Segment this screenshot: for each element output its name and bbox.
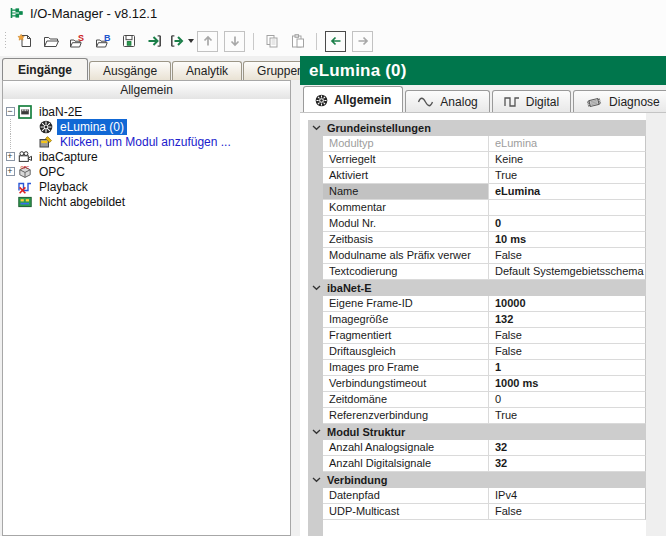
prop-row-driftausgleich[interactable]: DriftausgleichFalse	[308, 344, 646, 360]
toolbar-export-button[interactable]	[169, 29, 193, 53]
prop-row-zeitdomane[interactable]: Zeitdomäne0	[308, 392, 646, 408]
prop-value[interactable]: False	[489, 328, 646, 344]
prop-row-udp-multicast[interactable]: UDP-MulticastFalse	[308, 504, 646, 520]
tree-item-opc[interactable]: +OPCOPC	[3, 164, 290, 179]
camera-icon-wrap	[17, 150, 33, 164]
prop-value[interactable]: False	[489, 248, 646, 264]
prop-row-name[interactable]: NameeLumina	[308, 184, 646, 200]
prop-value[interactable]: 1	[489, 360, 646, 376]
prop-row-anzahl-analogsignale[interactable]: Anzahl Analogsignale32	[308, 440, 646, 456]
module-title-bar: eLumina (0)	[300, 56, 666, 85]
prop-value[interactable]: 32	[489, 456, 646, 472]
prop-row-referenzverbindung[interactable]: ReferenzverbindungTrue	[308, 408, 646, 424]
chevron-down-icon[interactable]	[308, 285, 324, 291]
dropdown-caret-icon[interactable]	[188, 39, 194, 43]
prop-row-imagegrosse[interactable]: Imagegröße132	[308, 312, 646, 328]
module-tab-strip: AllgemeinAnalogDigitalDiagnose	[300, 85, 666, 113]
prop-row-modultyp[interactable]: ModultypeLumina	[308, 136, 646, 152]
row-gutter	[308, 296, 323, 312]
tree-item-elumina-0[interactable]: eLumina (0)	[3, 119, 290, 134]
toolbar-separator	[253, 33, 254, 50]
prop-value[interactable]: 10000	[489, 296, 646, 312]
toolbar-grip[interactable]	[4, 32, 7, 50]
tree-item-label: ibaCapture	[36, 149, 101, 165]
section-title: Verbindung	[324, 472, 388, 488]
tree-item-iban-2e[interactable]: −ibaN-2E	[3, 104, 290, 119]
arrow-up-icon	[201, 34, 215, 48]
toolbar-open-signal-button[interactable]: S	[65, 29, 89, 53]
prop-row-anzahl-digitalsignale[interactable]: Anzahl Digitalsignale32	[308, 456, 646, 472]
prop-label: UDP-Multicast	[323, 504, 489, 520]
toolbar-new-button[interactable]	[13, 29, 37, 53]
prop-label: Modul Nr.	[323, 216, 489, 232]
prop-row-modulname-als-prafix-verwer[interactable]: Modulname als Präfix verwerFalse	[308, 248, 646, 264]
tab-eingange[interactable]: Eingänge	[2, 58, 88, 80]
prop-value[interactable]: 32	[489, 440, 646, 456]
prop-value[interactable]: 0	[489, 392, 646, 408]
prop-value[interactable]: True	[489, 408, 646, 424]
chevron-down-icon[interactable]	[308, 429, 324, 435]
prop-row-kommentar[interactable]: Kommentar	[308, 200, 646, 216]
elumina-module-icon	[39, 120, 53, 134]
prop-row-fragmentiert[interactable]: FragmentiertFalse	[308, 328, 646, 344]
prop-value[interactable]: Keine	[489, 152, 646, 168]
prop-row-datenpfad[interactable]: DatenpfadIPv4	[308, 488, 646, 504]
scrollbar-track[interactable]	[646, 113, 666, 536]
tab-analog[interactable]: Analog	[405, 90, 489, 113]
row-gutter	[308, 248, 323, 264]
prop-value[interactable]: 132	[489, 312, 646, 328]
prop-row-eigene-frame-id[interactable]: Eigene Frame-ID10000	[308, 296, 646, 312]
prop-label: Driftausgleich	[323, 344, 489, 360]
section-header-ibanet-e[interactable]: ibaNet-E	[308, 280, 646, 296]
toolbar-apply-button[interactable]	[143, 29, 167, 53]
tab-digital[interactable]: Digital	[492, 90, 571, 113]
prop-value[interactable]: Default Systemgebietsschema	[489, 264, 646, 280]
prop-row-aktiviert[interactable]: AktiviertTrue	[308, 168, 646, 184]
prop-value[interactable]: False	[489, 504, 646, 520]
tree-item-nicht-abgebildet[interactable]: Nicht abgebildet	[3, 194, 290, 209]
title-bar: I/O-Manager - v8.12.1	[0, 0, 666, 26]
prop-value[interactable]	[489, 200, 646, 216]
expand-icon[interactable]: +	[6, 152, 15, 161]
prop-value[interactable]: 0	[489, 216, 646, 232]
section-header-verbindung[interactable]: Verbindung	[308, 472, 646, 488]
prop-value[interactable]: IPv4	[489, 488, 646, 504]
prop-row-textcodierung[interactable]: TextcodierungDefault Systemgebietsschema	[308, 264, 646, 280]
toolbar-open-backup-button[interactable]: B	[91, 29, 115, 53]
playback-icon-wrap	[17, 180, 33, 194]
toolbar-open-button[interactable]	[39, 29, 63, 53]
prop-value[interactable]: eLumina	[489, 184, 646, 200]
tree-item-ibacapture[interactable]: +ibaCapture	[3, 149, 290, 164]
tree-item-playback[interactable]: Playback	[3, 179, 290, 194]
prop-row-verbindungstimeout[interactable]: Verbindungstimeout1000 ms	[308, 376, 646, 392]
chevron-down-icon[interactable]	[308, 477, 324, 483]
tree-item-klicken-um-modul-anzufugen[interactable]: Klicken, um Modul anzufügen ...	[3, 134, 290, 149]
prop-value[interactable]: eLumina	[489, 136, 646, 152]
collapse-icon[interactable]: −	[6, 107, 15, 116]
chevron-down-icon[interactable]	[308, 125, 324, 131]
toolbar-back-button[interactable]	[325, 31, 346, 52]
tab-label: Digital	[526, 95, 559, 109]
prop-row-zeitbasis[interactable]: Zeitbasis10 ms	[308, 232, 646, 248]
section-header-modul-struktur[interactable]: Modul Struktur	[308, 424, 646, 440]
tab-allgemein[interactable]: Allgemein	[303, 86, 403, 113]
prop-row-verriegelt[interactable]: VerriegeltKeine	[308, 152, 646, 168]
tree-group-header[interactable]: Allgemein	[2, 80, 291, 100]
tab-diagnose[interactable]: Diagnose	[573, 90, 666, 113]
apply-arrow-icon	[147, 33, 163, 49]
expand-icon[interactable]: +	[6, 167, 15, 176]
tab-label: Diagnose	[609, 95, 660, 109]
prop-value[interactable]: 10 ms	[489, 232, 646, 248]
camera-icon	[18, 150, 32, 164]
prop-value[interactable]: True	[489, 168, 646, 184]
toolbar-save-button[interactable]	[117, 29, 141, 53]
prop-row-images-pro-frame[interactable]: Images pro Frame1	[308, 360, 646, 376]
tab-analytik[interactable]: Analytik	[172, 61, 242, 80]
expander-slot: +	[3, 167, 17, 176]
prop-value[interactable]: False	[489, 344, 646, 360]
section-header-grundeinstellungen[interactable]: Grundeinstellungen	[308, 120, 646, 136]
tab-ausgange[interactable]: Ausgänge	[89, 61, 171, 80]
prop-row-modul-nr[interactable]: Modul Nr.0	[308, 216, 646, 232]
svg-text:OPC: OPC	[21, 165, 30, 170]
prop-value[interactable]: 1000 ms	[489, 376, 646, 392]
